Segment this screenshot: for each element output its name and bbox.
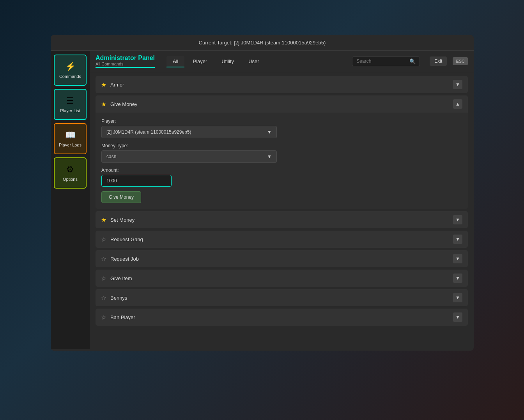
money-type-select[interactable]: cash ▼	[101, 150, 277, 163]
player-field-group: Player: [2] J0M1D4R (steam:11000015a929e…	[101, 118, 462, 138]
player-select[interactable]: [2] J0M1D4R (steam:11000015a929eb5) ▼	[101, 126, 277, 138]
commands-list: ★ Armor ▼ ★ Give Money ▲ Player:	[90, 72, 474, 349]
sidebar-item-commands[interactable]: ⚡ Commands	[54, 55, 87, 86]
command-row-armor[interactable]: ★ Armor ▼	[96, 76, 468, 93]
tab-user[interactable]: User	[242, 56, 265, 67]
command-name-give-item: Give Item	[110, 275, 449, 281]
command-name-give-money: Give Money	[110, 101, 449, 107]
command-name-armor: Armor	[110, 82, 449, 88]
search-icon: 🔍	[409, 58, 416, 64]
tabs: All Player Utility User	[166, 56, 266, 67]
command-name-request-gang: Request Gang	[110, 236, 449, 242]
header-bar: Administrator Panel All Commands All Pla…	[90, 51, 474, 72]
main-content: Administrator Panel All Commands All Pla…	[90, 51, 474, 349]
commands-icon: ⚡	[65, 62, 76, 72]
command-row-give-item[interactable]: ☆ Give Item ▼	[96, 270, 468, 287]
options-icon: ⚙	[66, 164, 74, 175]
amount-input[interactable]	[101, 175, 172, 187]
sidebar-item-options[interactable]: ⚙ Options	[54, 157, 87, 189]
tab-utility[interactable]: Utility	[215, 56, 240, 67]
command-row-request-gang[interactable]: ☆ Request Gang ▼	[96, 231, 468, 248]
star-icon-request-gang[interactable]: ☆	[101, 236, 106, 243]
money-type-field-label: Money Type:	[101, 143, 462, 148]
command-row-ban-player[interactable]: ☆ Ban Player ▼	[96, 309, 468, 326]
chevron-btn-bennys[interactable]: ▼	[453, 293, 462, 302]
star-icon-give-item[interactable]: ☆	[101, 275, 106, 282]
admin-panel: Current Target: [2] J0M1D4R (steam:11000…	[51, 35, 474, 351]
chevron-btn-give-item[interactable]: ▼	[453, 274, 462, 283]
search-input[interactable]	[356, 58, 407, 64]
chevron-btn-request-job[interactable]: ▼	[453, 254, 462, 263]
sidebar-label-player-logs: Player Logs	[59, 143, 81, 147]
star-icon-bennys[interactable]: ☆	[101, 294, 106, 302]
current-target-text: Current Target: [2] J0M1D4R (steam:11000…	[199, 40, 326, 46]
give-money-btn-wrap: Give Money	[101, 191, 462, 203]
star-icon-set-money[interactable]: ★	[101, 216, 106, 224]
player-logs-icon: 📖	[65, 130, 76, 140]
command-row-request-job[interactable]: ☆ Request Job ▼	[96, 250, 468, 267]
sidebar: ⚡ Commands ☰ Player List 📖 Player Logs ⚙…	[51, 51, 90, 349]
chevron-btn-give-money[interactable]: ▲	[453, 99, 462, 109]
command-name-bennys: Bennys	[110, 295, 449, 301]
sidebar-label-player-list: Player List	[60, 108, 80, 113]
search-box[interactable]: 🔍	[352, 56, 420, 66]
command-row-bennys[interactable]: ☆ Bennys ▼	[96, 289, 468, 306]
command-name-ban-player: Ban Player	[110, 314, 449, 320]
command-group-give-money: ★ Give Money ▲ Player: [2] J0M1D4R (stea…	[96, 95, 468, 209]
panel-subtitle: All Commands	[96, 62, 155, 66]
give-money-expanded: Player: [2] J0M1D4R (steam:11000015a929e…	[96, 113, 468, 209]
player-select-value: [2] J0M1D4R (steam:11000015a929eb5)	[106, 129, 191, 135]
star-icon-give-money[interactable]: ★	[101, 101, 106, 108]
exit-button[interactable]: Exit	[430, 56, 447, 66]
sidebar-item-player-list[interactable]: ☰ Player List	[54, 89, 87, 120]
star-icon-request-job[interactable]: ☆	[101, 255, 106, 263]
amount-field-group: Amount:	[101, 168, 462, 187]
sidebar-item-player-logs[interactable]: 📖 Player Logs	[54, 123, 87, 154]
title-underline	[96, 67, 155, 68]
tab-all[interactable]: All	[166, 56, 184, 67]
star-icon-ban-player[interactable]: ☆	[101, 314, 106, 321]
tab-player[interactable]: Player	[186, 56, 213, 67]
command-row-set-money[interactable]: ★ Set Money ▼	[96, 211, 468, 228]
command-name-set-money: Set Money	[110, 217, 449, 223]
sidebar-label-commands: Commands	[59, 74, 81, 79]
give-money-button[interactable]: Give Money	[101, 191, 141, 203]
money-type-select-chevron: ▼	[267, 154, 272, 159]
chevron-btn-armor[interactable]: ▼	[453, 80, 462, 89]
chevron-btn-ban-player[interactable]: ▼	[453, 312, 462, 322]
star-icon-armor[interactable]: ★	[101, 81, 106, 88]
command-name-request-job: Request Job	[110, 256, 449, 262]
player-select-chevron: ▼	[267, 129, 272, 135]
money-type-select-value: cash	[106, 154, 116, 159]
player-field-label: Player:	[101, 118, 462, 124]
chevron-btn-set-money[interactable]: ▼	[453, 215, 462, 224]
money-type-field-group: Money Type: cash ▼	[101, 143, 462, 163]
sidebar-label-options: Options	[63, 177, 78, 182]
chevron-btn-request-gang[interactable]: ▼	[453, 235, 462, 244]
esc-badge: ESC	[453, 57, 468, 65]
command-row-give-money[interactable]: ★ Give Money ▲	[96, 95, 468, 113]
panel-title-area: Administrator Panel All Commands	[96, 55, 155, 68]
player-list-icon: ☰	[66, 96, 74, 106]
panel-title: Administrator Panel	[96, 55, 155, 62]
current-target-bar: Current Target: [2] J0M1D4R (steam:11000…	[51, 35, 474, 51]
amount-field-label: Amount:	[101, 168, 462, 173]
